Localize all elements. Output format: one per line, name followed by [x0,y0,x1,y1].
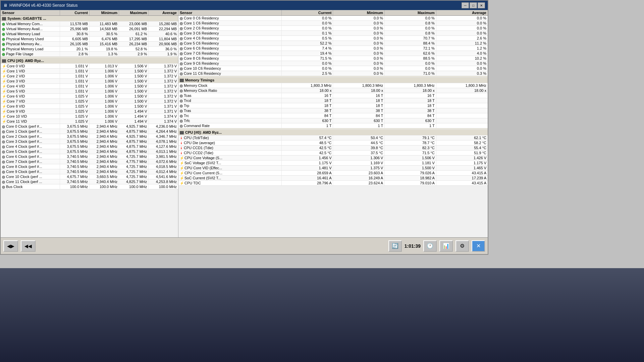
table-row[interactable]: ⚡CPU Core Current (S...28.659 A23.603 A7… [178,171,488,176]
close-button[interactable]: ✕ [478,2,485,8]
table-row[interactable]: Core 0 C6 Residency0.0 %0.0 %0.0 %0.0 % [178,16,488,21]
table-row[interactable]: Core 5 Clock (perf #...3,675.5 MHz2,940.… [1,149,178,154]
table-row[interactable]: Core 10 Clock (perf ...4,675.7 MHz3,660.… [1,174,178,179]
table-row[interactable]: 🌡CPU CCD2 (Tdie)42.5 °C37.5 °C71.5 °C51.… [178,150,488,156]
sensor-min: 2,940.4 MHz [89,159,119,164]
table-row[interactable]: Core 1 Clock (perf #...3,675.5 MHz2,940.… [1,129,178,134]
table-row[interactable]: Core 3 Clock (perf #...3,675.5 MHz2,940.… [1,139,178,144]
table-row[interactable]: Command Rate1 T1 T1 T [178,123,488,128]
table-row[interactable]: Core 6 Clock (perf #...3,740.5 MHz2,940.… [1,154,178,159]
col-header-sensor-left: Sensor [1,10,60,16]
settings-icon-btn[interactable]: ⚙ [455,240,469,252]
table-row[interactable]: Core 11 C6 Residency2.5 %0.0 %71.0 %0.3 … [178,71,488,76]
table-row[interactable]: Virtual Memory Avail...25,996 MB14,568 M… [1,26,178,32]
table-row[interactable]: Memory Clock Ratio18.00 x18.00 x18.00 x1… [178,88,488,93]
table-row[interactable]: ⚡Core 11 VID1.025 V1.006 V1.494 V1.374 V [1,119,178,124]
sensor-current: 1.031 V [60,64,89,69]
table-row[interactable]: Core 2 Clock (perf #...3,675.5 MHz2,940.… [1,134,178,139]
sensor-min: 14,568 MB [89,26,119,32]
table-row[interactable]: Page File Usage2.8 %1.3 %2.9 %1.9 % [1,52,178,57]
sensor-min: 1.006 V [89,104,119,109]
table-row[interactable]: Core 10 C6 Residency0.0 %0.0 %0.0 %0.0 % [178,66,488,71]
table-row[interactable]: Physical Memory Used6,605 MB6,476 MB17,2… [1,37,178,42]
table-row[interactable]: ⚡CPU TDC28.796 A23.624 A79.010 A43.415 A [178,181,488,186]
table-row[interactable]: Trcd18 T18 T18 T [178,98,488,103]
sensor-name: Trc [178,113,281,118]
table-row[interactable]: Core 9 C6 Residency0.0 %0.0 %0.0 %0.0 % [178,61,488,66]
clock-icon-btn[interactable]: 🕐 [423,240,437,252]
close-icon-btn[interactable]: ✕ [472,240,485,252]
nav-arrows-left[interactable]: ◀▶ [3,240,18,252]
left-table-container[interactable]: Sensor Current Minimum Maximum Average S… [1,10,178,237]
col-header-current-left: Current [60,10,89,16]
table-row[interactable]: Tcas16 T16 T16 T [178,93,488,98]
table-row[interactable]: ⚡Core 9 VID1.025 V1.006 V1.494 V1.371 V [1,109,178,114]
table-row[interactable]: Trp18 T18 T18 T [178,103,488,108]
table-row[interactable]: Core 7 C6 Residency19.4 %0.0 %62.6 %4.0 … [178,51,488,56]
table-row[interactable]: ⚡SoC Voltage (SVI2 T...1.175 V1.169 V1.1… [178,161,488,166]
sensor-min: 18 T [333,98,385,103]
export-icon-btn[interactable]: 🔄 [388,240,402,252]
minimize-button[interactable]: ─ [462,2,469,8]
table-row[interactable]: ⚡Core 0 VID1.031 V1.013 V1.506 V1.373 V [1,64,178,69]
nav-arrows-right[interactable]: ◀◀ [21,240,36,252]
sensor-max: 1.500 V [385,166,436,171]
table-row[interactable]: Trc84 T84 T84 T [178,113,488,118]
table-row[interactable]: Virtual Memory Load30.8 %30.5 %61.2 %40.… [1,32,178,37]
table-row[interactable]: Core 1 C6 Residency0.0 %0.0 %0.8 %0.0 % [178,21,488,26]
sensor-max: 0.8 % [385,21,436,26]
table-row[interactable]: Core 5 C6 Residency52.2 %0.0 %88.4 %11.2… [178,41,488,46]
table-row[interactable]: Core 11 Clock (perf ...3,740.5 MHz2,940.… [1,179,178,184]
sensor-min: 0.0 % [333,56,385,61]
table-row[interactable]: 🌡CPU Die (average)48.5 °C44.5 °C78.7 °C5… [178,140,488,145]
sensor-avg: 1.2 % [436,46,488,51]
sensor-min: 39.8 °C [333,145,385,150]
table-row[interactable]: Trfc630 T630 T630 T [178,118,488,123]
sensor-min: 630 T [333,118,385,123]
sensor-name: Core 10 C6 Residency [178,66,281,71]
table-row[interactable]: ⚡Core 4 VID1.031 V1.006 V1.500 V1.372 V [1,84,178,89]
table-row[interactable]: Core 4 Clock (perf #...3,675.5 MHz2,940.… [1,144,178,149]
sensor-min: 3,660.5 MHz [89,174,119,179]
table-row[interactable]: Core 0 Clock (perf #...3,675.5 MHz2,940.… [1,124,178,129]
table-row[interactable]: Virtual Memory Com...11,578 MB11,483 MB2… [1,21,178,26]
table-row[interactable]: Core 3 C6 Residency0.1 %0.0 %0.8 %0.0 % [178,31,488,36]
table-row[interactable]: ⚡CPU Core Voltage (S...1.456 V1.306 V1.5… [178,156,488,161]
sensor-max: 38 T [385,108,436,113]
sensor-current: 28.796 A [281,181,333,186]
title-bar-controls: ─ □ ✕ [462,2,485,8]
table-row[interactable]: Core 7 Clock (perf #...3,740.5 MHz2,940.… [1,159,178,164]
table-row[interactable]: Core 8 Clock (perf #...3,740.5 MHz2,940.… [1,164,178,169]
table-row[interactable]: Bus Clock100.0 MHz100.0 MHz100.0 MHz100.… [1,184,178,189]
maximize-button[interactable]: □ [470,2,477,8]
table-row[interactable]: Core 4 C6 Residency0.5 %0.0 %70.7 %2.6 % [178,36,488,41]
sensor-max: 88.4 % [385,41,436,46]
table-row[interactable]: Tras38 T38 T38 T [178,108,488,113]
table-row[interactable]: ⚡CPU Core VID (Effec...1.481 V1.375 V1.5… [178,166,488,171]
sensor-current: 20.1 % [60,47,89,52]
table-row[interactable]: ⚡SoC Current (SVI2 T...16.461 A16.249 A1… [178,176,488,181]
table-row[interactable]: Core 2 C6 Residency0.0 %0.0 %0.0 %0.0 % [178,26,488,31]
table-row[interactable]: Physical Memory Av...26,105 MB15,416 MB2… [1,42,178,47]
sensor-min: 2,940.4 MHz [89,134,119,139]
table-row[interactable]: ⚡Core 10 VID1.025 V1.006 V1.494 V1.374 V [1,114,178,119]
table-row[interactable]: ⚡Core 6 VID1.025 V1.006 V1.500 V1.372 V [1,94,178,99]
right-table-container[interactable]: Sensor Current Minimum Maximum Average C… [178,10,488,237]
table-row[interactable]: 🌡CPU CCD1 (Tdie)42.5 °C39.8 °C82.3 °C55.… [178,145,488,150]
table-row[interactable]: ⚡Core 8 VID1.025 V1.006 V1.500 V1.371 V [1,104,178,109]
table-row[interactable]: Core 8 C6 Residency71.5 %0.0 %88.5 %10.2… [178,56,488,61]
graph-icon-btn[interactable]: 📊 [439,240,453,252]
table-row[interactable]: ⚡Core 7 VID1.025 V1.006 V1.500 V1.372 V [1,99,178,104]
table-row[interactable]: Core 6 C6 Residency7.4 %0.0 %72.1 %1.2 % [178,46,488,51]
table-row[interactable]: 🌡CPU (Tctl/Tdie)57.4 °C50.4 °C79.1 °C62.… [178,135,488,140]
sensor-max: 79.010 A [385,181,436,186]
table-row[interactable]: ⚡Core 2 VID1.031 V1.006 V1.500 V1.372 V [1,74,178,79]
table-row[interactable]: ⚡Core 1 VID1.031 V1.006 V1.500 V1.372 V [1,69,178,74]
table-row[interactable]: ⚡Core 3 VID1.031 V1.006 V1.500 V1.372 V [1,79,178,84]
table-row[interactable]: Core 9 Clock (perf #...3,740.5 MHz2,940.… [1,169,178,174]
table-row[interactable]: Memory Clock1,800.3 MHz1,800.3 MHz1,800.… [178,83,488,88]
sensor-min: 23.624 A [333,181,385,186]
table-row[interactable]: ⚡Core 5 VID1.031 V1.006 V1.500 V1.372 V [1,89,178,94]
bg-overlay [0,268,644,362]
table-row[interactable]: Physical Memory Load20.1 %19.8 %52.8 %36… [1,47,178,52]
